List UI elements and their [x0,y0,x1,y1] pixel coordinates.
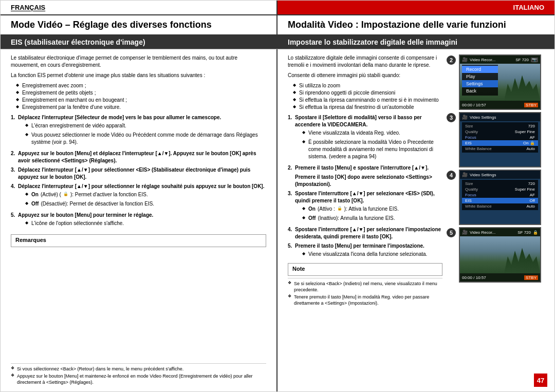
header-right: ITALIANO [278,1,554,14]
step-it-2b: Premere il tasto [OK] dopo avere selezio… [288,174,442,188]
title-left: Mode Vidéo – Réglage des diverses foncti… [1,15,278,34]
cam-menu-settings: Settings [462,80,498,87]
camera-screen-5: 🎥 Video Recor... SF 720 🔒 00:00 / 10:57 … [459,227,541,283]
step-it-5: 5. Premere il tasto [Menu] per terminare… [288,242,442,260]
lang-label-fr: FRANÇAIS [11,4,45,11]
step1-subs-fr: L'écran enregistrement de vidéo apparaît… [18,122,266,146]
footer-note-it-1: Se si seleziona <Back> (Indietro) nel me… [288,281,442,293]
cam-menu-back: Back [462,87,498,95]
step-circle-3: 3 [447,113,456,122]
setting-wb-3: White Balance Auto [462,146,538,152]
cam-menu-2: Record Play Settings Back [462,65,498,96]
bullet-fr-3: Enregistrement en marchant ou en bougean… [16,97,266,104]
section-header-left: EIS (stabilisateur électronique d'image) [1,35,278,49]
setting-size-3: Size 720 [462,123,538,129]
intro-text-it: Lo stabilizzatore digitale delle immagin… [288,54,442,69]
setting-eis-3: EIS On 🔒 [462,140,538,146]
bullet-it-2: Si riprendono oggetti di piccole dimensi… [293,89,442,97]
setting-quality-4: Quality Super Fine [462,186,538,192]
cam-top-bar-4: 🎥 Video Settings [460,171,540,179]
setting-eis-4: EIS Off [462,198,538,203]
title-it: Modalità Video : Impostazione delle vari… [288,20,544,30]
footer-notes-it: Se si seleziona <Back> (Indietro) nel me… [288,278,442,307]
setting-size-4: Size 720 [462,181,538,186]
right-main: Lo stabilizzatore digitale delle immagin… [288,54,544,386]
main-content: Le stabilisateur électronique d'image pe… [1,49,554,391]
title-fr: Mode Vidéo – Réglage des diverses foncti… [11,20,266,30]
bullet-it-4: Si effettua la ripresa dal finestrino di… [293,104,442,111]
right-text-col: Lo stabilizzatore digitale delle immagin… [288,54,442,386]
bullet-fr-4: Enregistrement par la fenêtre d'une voit… [16,104,266,111]
cam-bottom-bar-2: 00:00 / 10:57 STBY [460,101,540,109]
lang-label-it: ITALIANO [513,4,544,11]
step-fr-1: 1. Déplacez l'interrupteur [Sélecteur de… [11,114,266,148]
remarques-title: Remarques [15,237,262,243]
bullet-list-fr: Enregistrement avec zoom ; Enregistremen… [11,82,266,111]
cam-settings-3: Size 720 Quality Super Fine Focus [462,122,538,153]
cam-bottom-bar-5: 00:00 / 10:57 STBY [460,273,540,282]
page-number: 47 [534,374,547,387]
header-row: FRANÇAIS ITALIANO [1,1,554,15]
intro-text2-it: Consente di ottenere immagini più stabil… [288,72,442,79]
camera-screen-3: 🎥 Video Settings Size 720 Qual [459,112,541,167]
setting-wb-4: White Balance Auto [462,203,538,209]
step-it-1: 1. Spostare il [Selettore di modalità] v… [288,114,442,162]
intro-text2-fr: La fonction EIS permet d'obtenir une ima… [11,72,266,79]
content-right: Lo stabilizzatore digitale delle immagin… [278,49,554,391]
intro-text-fr: Le stabilisateur électronique d'image pe… [11,54,266,69]
note-title: Note [292,266,438,272]
setting-quality-3: Quality Super Fine [462,129,538,135]
camera-shot-3: 3 🎥 Video Settings Size [447,112,544,167]
step-circle-2: 2 [447,55,456,65]
title-right: Modalità Video : Impostazione delle vari… [278,15,554,34]
step-it-4: 4. Spostare l'interruttore [▲/▼] per sel… [288,226,442,240]
content-left: Le stabilisateur électronique d'image pe… [1,49,278,391]
footer-note-it-2: Tenere premuto il tasto [Menu] in modali… [288,294,442,306]
cam-top-bar-5: 🎥 Video Recor... SF 720 🔒 [460,228,540,236]
bullet-it-3: Si effettua la ripresa camminando o ment… [293,97,442,104]
step-fr-4: 4. Déplacez l'interrupteur [▲/▼] pour sé… [11,183,266,210]
footer-notes-fr: Si vous sélectionnez <Back> (Retour) dan… [11,363,266,386]
section-title-fr: EIS (stabilisateur électronique d'image) [11,38,266,46]
section-header-row: EIS (stabilisateur électronique d'image)… [1,35,554,49]
camera-screenshots-col: 2 🎥 Video Recor... SF 720 � [447,54,544,386]
step-fr-2: 2. Appuyez sur le bouton [Menu] et dépla… [11,150,266,164]
step-it-2: 2. Premere il tasto [Menu] e spostare l'… [288,164,442,172]
cam-top-bar-2: 🎥 Video Recor... SF 720 📷 [460,55,540,64]
remarques-box: Remarques [11,234,266,247]
camera-shot-2: 2 🎥 Video Recor... SF 720 � [447,54,544,110]
camera-shot-4: 4 🎥 Video Settings Size [447,170,544,225]
setting-focus-4: Focus AF [462,192,538,198]
camera-screen-4: 🎥 Video Settings Size 720 Qual [459,170,541,225]
footer-note-fr-1: Si vous sélectionnez <Back> (Retour) dan… [11,366,266,372]
camera-screenshots: 2 🎥 Video Recor... SF 720 � [447,54,544,283]
section-header-right: Impostare lo stabilizzatore digitale del… [278,35,554,49]
step-it-3: 3. Spostare l'interruttore [▲/▼] per sel… [288,190,442,224]
steps-it: 1. Spostare il [Selettore di modalità] v… [288,114,442,260]
cam-top-bar-3: 🎥 Video Settings [460,113,540,121]
step-fr-3: 3. Déplacez l'interrupteur [▲/▼] pour sé… [11,166,266,181]
section-title-it: Impostare lo stabilizzatore digitale del… [288,38,544,46]
cam-menu-play: Play [462,73,498,80]
camera-shot-5: 5 🎥 Video Recor... SF 720 🔒 [447,227,544,283]
camera-screen-2: 🎥 Video Recor... SF 720 📷 Record Play Se… [459,54,541,110]
step-circle-5: 5 [447,228,456,237]
step-fr-5: 5. Appuyez sur le bouton [Menu] pour ter… [11,212,266,229]
bullet-fr-1: Enregistrement avec zoom ; [16,82,266,89]
header-left: FRANÇAIS [1,1,278,14]
page: FRANÇAIS ITALIANO Mode Vidéo – Réglage d… [0,0,555,392]
steps-fr: 1. Déplacez l'interrupteur [Sélecteur de… [11,114,266,231]
cam-menu-record: Record [462,66,498,73]
step-circle-4: 4 [447,171,456,180]
step4-subs-fr: On (Activé) (🔒): Permet d'activer la fon… [18,191,266,208]
setting-focus-3: Focus AF [462,135,538,140]
title-row: Mode Vidéo – Réglage des diverses foncti… [1,15,554,35]
bullet-it-1: Si utilizza lo zoom [293,82,442,89]
step5-subs-fr: L'icône de l'option sélectionnée s'affic… [18,220,266,227]
bullet-fr-2: Enregistrement de petits objets ; [16,89,266,97]
cam-settings-4: Size 720 Quality Super Fine Focus [462,180,538,210]
note-box: Note [288,263,442,276]
footer-note-fr-2: Appuyez sur le bouton [Menu] et maintene… [11,373,266,385]
bullet-list-it: Si utilizza lo zoom Si riprendono oggett… [288,82,442,111]
